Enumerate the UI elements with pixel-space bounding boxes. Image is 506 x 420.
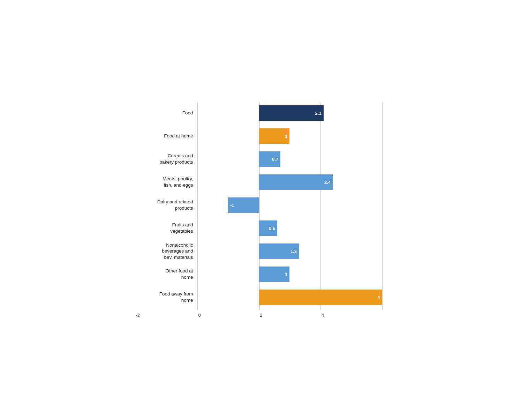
bar-wrapper: 4 [259, 290, 382, 305]
bar-wrapper: 1.3 [259, 243, 299, 259]
chart-row: Food away fromhome4 [138, 287, 368, 308]
bar-value-label: 1.3 [290, 249, 297, 254]
bar-area: 4 [197, 287, 368, 308]
grid-line [382, 103, 383, 310]
bar-rect: 4 [259, 290, 382, 305]
x-axis-label: 0 [198, 313, 201, 318]
chart-row: Food at home1 [138, 126, 368, 147]
chart-row: Fruits andvegetables0.6 [138, 218, 368, 239]
bar-value-label: 1 [285, 272, 287, 277]
chart-row: Food2.1 [138, 103, 368, 123]
bar-wrapper: 1 [259, 128, 289, 144]
bar-wrapper: 0.6 [259, 220, 277, 236]
bar-rect: 0.6 [259, 220, 277, 236]
bar-area: 0.6 [197, 218, 368, 239]
bar-label-text: Fruits andvegetables [138, 222, 197, 234]
bar-rect: -1 [228, 197, 259, 213]
bar-rect: 2.4 [259, 174, 333, 190]
bar-area: 2.1 [197, 103, 368, 123]
chart-row: Cereals andbakery products0.7 [138, 149, 368, 170]
bar-area: 1 [197, 126, 368, 147]
bar-wrapper: -1 [228, 197, 259, 213]
chart-row: Dairy and relatedproducts-1 [138, 195, 368, 216]
bar-label-text: Food at home [138, 133, 197, 139]
bar-value-label: 0.6 [269, 226, 275, 231]
bar-wrapper: 1 [259, 267, 289, 282]
bar-value-label: 1 [285, 134, 287, 139]
bar-area: 1 [197, 264, 368, 285]
x-axis-label: -2 [136, 313, 140, 318]
bar-rect: 0.7 [259, 151, 280, 167]
bar-area: 1.3 [197, 241, 368, 262]
bar-label-text: Other food athome [138, 268, 197, 280]
bar-area: -1 [197, 195, 368, 216]
x-axis: -2024 [138, 313, 368, 321]
bar-label-text: Meats, poultry,fish, and eggs [138, 176, 197, 188]
chart-body: Food2.1Food at home1Cereals andbakery pr… [138, 103, 368, 310]
bar-label-text: Nonalcoholicbeverages andbev. materials [138, 242, 197, 261]
bar-value-label: 2.1 [315, 111, 322, 116]
bar-area: 2.4 [197, 172, 368, 193]
bar-rect: 2.1 [259, 105, 324, 121]
bar-label-text: Dairy and relatedproducts [138, 199, 197, 211]
bar-label-text: Food [138, 110, 197, 116]
chart-container: Food2.1Food at home1Cereals andbakery pr… [131, 85, 375, 335]
bar-value-label: 2.4 [324, 180, 331, 185]
bar-wrapper: 0.7 [259, 151, 280, 167]
bar-value-label: 0.7 [272, 157, 278, 162]
x-axis-label: 4 [322, 313, 324, 318]
bar-rect: 1 [259, 128, 289, 144]
bar-label-text: Cereals andbakery products [138, 153, 197, 165]
chart-area: Food2.1Food at home1Cereals andbakery pr… [138, 103, 368, 321]
bar-area: 0.7 [197, 149, 368, 170]
bar-rect: 1 [259, 267, 289, 282]
chart-row: Meats, poultry,fish, and eggs2.4 [138, 172, 368, 193]
bar-rect: 1.3 [259, 243, 299, 259]
bar-wrapper: 2.1 [259, 105, 324, 121]
bar-value-label: -1 [230, 203, 234, 208]
chart-row: Other food athome1 [138, 264, 368, 285]
chart-row: Nonalcoholicbeverages andbev. materials1… [138, 241, 368, 262]
bar-wrapper: 2.4 [259, 174, 333, 190]
bar-label-text: Food away fromhome [138, 291, 197, 303]
x-axis-label: 2 [260, 313, 262, 318]
bar-value-label: 4 [377, 295, 380, 300]
